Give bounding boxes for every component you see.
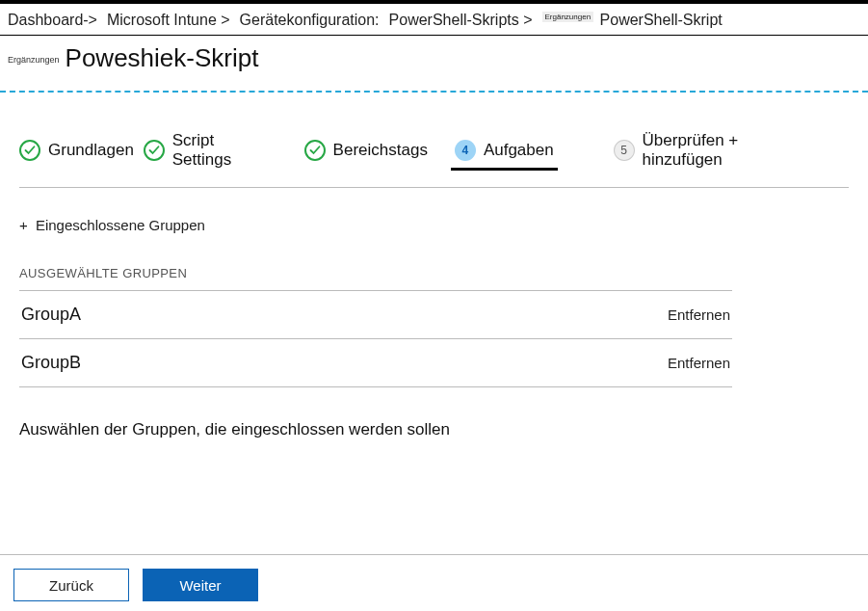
next-button[interactable]: Weiter — [143, 569, 258, 601]
select-groups-hint[interactable]: Auswählen der Gruppen, die eingeschlosse… — [19, 387, 732, 439]
remove-group-link[interactable]: Entfernen — [668, 355, 730, 371]
plus-icon: + — [19, 217, 28, 233]
breadcrumb-psscript-label: PowerShell-Skript — [600, 12, 723, 28]
breadcrumb-psscript[interactable]: Ergänzungen PowerShell-Skript — [539, 10, 726, 31]
group-name: GroupA — [21, 305, 81, 325]
group-row: GroupAEntfernen — [19, 290, 732, 338]
wizard-step-label: Aufgaben — [484, 141, 554, 160]
group-row: GroupBEntfernen — [19, 338, 732, 387]
wizard-footer: Zurück Weiter — [0, 554, 868, 601]
breadcrumb-psscript-sup: Ergänzungen — [542, 12, 594, 22]
wizard-step-script-settings[interactable]: Script Settings — [144, 131, 277, 170]
divider-dashed — [0, 91, 868, 93]
wizard-step-basics[interactable]: Grundlagen — [19, 140, 134, 161]
add-included-groups[interactable]: + Eingeschlossene Gruppen — [19, 209, 732, 245]
wizard-step-review[interactable]: 5 Überprüfen + hinzufügen — [614, 131, 822, 170]
check-icon — [304, 140, 326, 161]
wizard-step-label: Überprüfen + hinzufügen — [643, 131, 822, 170]
add-included-groups-label: Eingeschlossene Gruppen — [36, 217, 205, 233]
check-icon — [144, 140, 165, 161]
page-title-sup: Ergänzungen — [8, 55, 60, 65]
wizard-step-scope-tags[interactable]: Bereichstags — [304, 140, 428, 161]
selected-groups-header: AUSGEWÄHLTE GRUPPEN — [19, 245, 732, 290]
group-name: GroupB — [21, 353, 81, 373]
selected-groups-list: GroupAEntfernenGroupBEntfernen — [19, 290, 732, 387]
check-icon — [19, 140, 40, 161]
breadcrumb-psscripts[interactable]: PowerShell-Skripts > — [385, 10, 537, 31]
breadcrumb-dashboard[interactable]: Dashboard-> — [4, 10, 101, 31]
page-title: Poweshiek-Skript — [66, 43, 259, 73]
remove-group-link[interactable]: Entfernen — [668, 306, 730, 323]
wizard-step-label: Grundlagen — [48, 141, 134, 160]
wizard-steps: Grundlagen Script Settings Bereichstags … — [0, 131, 868, 179]
page-header: Ergänzungen Poweshiek-Skript — [0, 36, 868, 91]
step-number-current: 4 — [455, 140, 476, 161]
active-underline — [451, 168, 558, 171]
included-groups-section: + Eingeschlossene Gruppen AUSGEWÄHLTE GR… — [0, 188, 751, 439]
breadcrumb-intune[interactable]: Microsoft Intune > — [103, 10, 234, 31]
wizard-step-label: Bereichstags — [333, 141, 428, 160]
wizard-step-assignments[interactable]: 4 Aufgaben — [455, 140, 554, 161]
step-number-upcoming: 5 — [614, 140, 635, 161]
back-button[interactable]: Zurück — [13, 569, 129, 601]
breadcrumb: Dashboard-> Microsoft Intune > Gerätekon… — [0, 4, 868, 36]
wizard-step-label: Script Settings — [172, 131, 277, 170]
breadcrumb-devconf[interactable]: Gerätekonfiguration: — [236, 10, 383, 31]
